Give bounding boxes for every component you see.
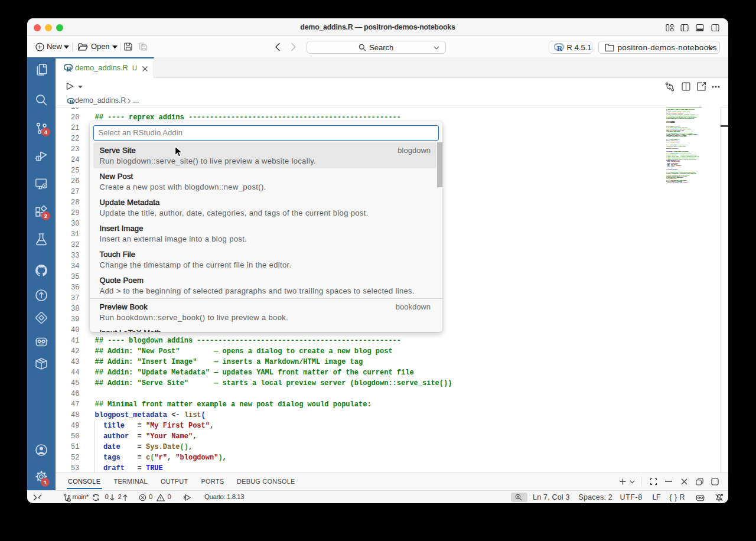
svg-text:R: R [557,44,563,52]
svg-text:R: R [70,99,74,105]
svg-text:R: R [66,65,71,72]
